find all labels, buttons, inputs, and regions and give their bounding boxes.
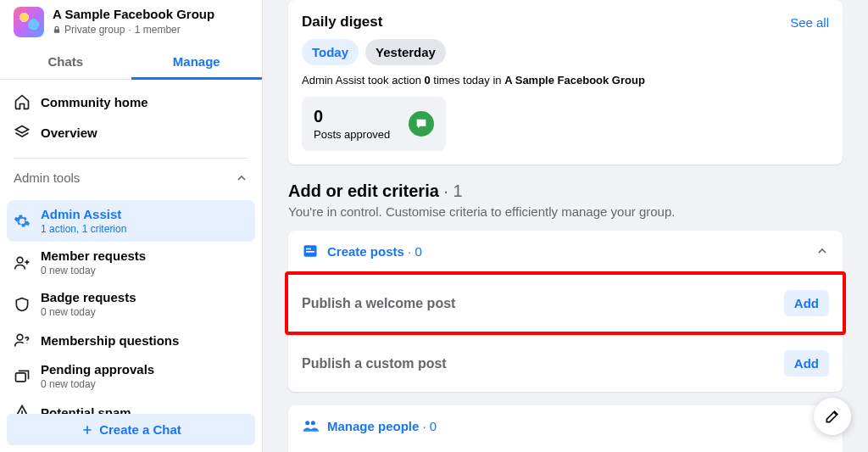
queue-icon: [14, 368, 31, 385]
nav-admin-tools: Admin Assist 1 action, 1 criterion Membe…: [0, 193, 262, 434]
see-all-link[interactable]: See all: [790, 15, 829, 30]
svg-rect-2: [16, 372, 26, 381]
add-custom-post-button[interactable]: Add: [784, 350, 829, 377]
daily-digest-card: Daily digest See all Today Yesterday Adm…: [288, 0, 843, 165]
svg-point-1: [17, 334, 23, 340]
edit-icon: [824, 408, 841, 425]
people-icon: [302, 417, 319, 434]
create-posts-header[interactable]: Create posts · 0: [288, 231, 843, 271]
nav-badge-requests[interactable]: Badge requests 0 new today: [7, 283, 255, 325]
nav-primary: Community home Overview: [0, 80, 262, 154]
post-icon: [302, 243, 319, 259]
stat-posts-approved: 0 Posts approved: [302, 97, 446, 151]
tab-yesterday[interactable]: Yesterday: [365, 39, 446, 65]
svg-rect-4: [306, 248, 311, 250]
group-header: A Sample Facebook Group Private group · …: [0, 0, 262, 44]
nav-admin-assist[interactable]: Admin Assist 1 action, 1 criterion: [7, 200, 255, 242]
home-icon: [14, 93, 31, 110]
svg-rect-5: [306, 251, 314, 253]
create-chat-button[interactable]: Create a Chat: [7, 414, 255, 445]
compose-fab[interactable]: [814, 398, 851, 435]
chat-check-icon: [409, 111, 434, 137]
main-content: Daily digest See all Today Yesterday Adm…: [263, 0, 868, 452]
lock-icon: [53, 25, 61, 34]
svg-point-7: [311, 421, 315, 425]
svg-point-0: [17, 257, 23, 263]
manage-people-header[interactable]: Manage people · 0: [288, 405, 843, 446]
digest-tabs: Today Yesterday: [302, 39, 829, 65]
stat-number: 0: [314, 107, 390, 126]
layers-icon: [14, 124, 31, 141]
digest-summary: Admin Assist took action 0 times today i…: [302, 74, 829, 86]
svg-point-6: [305, 421, 309, 425]
group-title[interactable]: A Sample Facebook Group: [53, 7, 214, 22]
tab-manage[interactable]: Manage: [131, 44, 263, 79]
shield-icon: [14, 296, 31, 313]
divider: [14, 158, 248, 159]
group-thumbnail[interactable]: [14, 7, 44, 37]
add-welcome-post-button[interactable]: Add: [784, 290, 829, 316]
tab-today[interactable]: Today: [302, 39, 359, 65]
section-admin-tools[interactable]: Admin tools: [0, 162, 262, 193]
nav-pending-approvals[interactable]: Pending approvals 0 new today: [7, 355, 255, 397]
row-custom-post: Publish a custom post Add: [288, 335, 843, 392]
group-member-count: 1 member: [135, 24, 181, 36]
row-approve-member: Approve member request if Add: [288, 446, 843, 452]
group-meta: Private group · 1 member: [53, 24, 214, 36]
nav-membership-questions[interactable]: Membership questions: [7, 325, 255, 355]
chevron-up-icon: [815, 244, 829, 258]
row-welcome-post: Publish a welcome post Add: [288, 275, 843, 332]
criteria-subtitle: You're in control. Customise criteria to…: [288, 204, 843, 219]
group-privacy: Private group: [64, 24, 125, 36]
highlight-box: Publish a welcome post Add: [285, 271, 846, 335]
nav-community-home[interactable]: Community home: [7, 86, 255, 117]
manage-people-card: Manage people · 0 Approve member request…: [288, 405, 843, 452]
criteria-header: Add or edit criteria · 1 You're in contr…: [288, 181, 843, 219]
tabs: Chats Manage: [0, 44, 262, 80]
criteria-title: Add or edit criteria: [288, 181, 439, 200]
chevron-up-icon: [235, 171, 248, 185]
tab-chats[interactable]: Chats: [0, 44, 131, 79]
plus-icon: [81, 423, 94, 437]
person-question-icon: [14, 332, 31, 349]
sidebar: A Sample Facebook Group Private group · …: [0, 0, 263, 452]
criteria-count: · 1: [439, 181, 463, 200]
gear-icon: [14, 213, 31, 230]
person-plus-icon: [14, 254, 31, 271]
stat-label: Posts approved: [314, 128, 390, 141]
digest-title: Daily digest: [302, 14, 382, 31]
nav-overview[interactable]: Overview: [7, 117, 255, 148]
nav-member-requests[interactable]: Member requests 0 new today: [7, 242, 255, 283]
create-posts-card: Create posts · 0 Publish a welcome post …: [288, 231, 843, 392]
